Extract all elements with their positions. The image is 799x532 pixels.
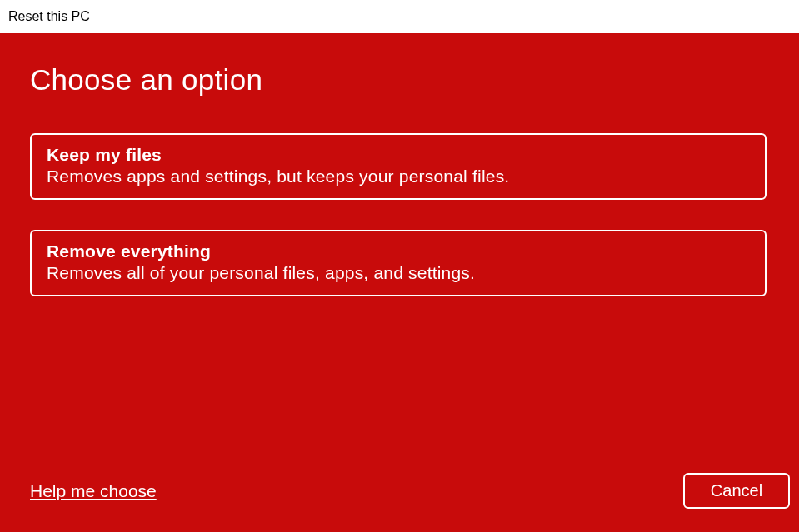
main-panel: Choose an option Keep my files Removes a…	[0, 33, 799, 532]
footer-row: Help me choose Cancel	[30, 473, 790, 509]
option-keep-my-files[interactable]: Keep my files Removes apps and settings,…	[30, 133, 767, 200]
option-remove-everything[interactable]: Remove everything Removes all of your pe…	[30, 230, 767, 296]
option-title: Remove everything	[47, 241, 750, 261]
help-me-choose-link[interactable]: Help me choose	[30, 481, 157, 501]
option-description: Removes all of your personal files, apps…	[47, 263, 750, 283]
window-title: Reset this PC	[8, 9, 90, 24]
option-description: Removes apps and settings, but keeps you…	[47, 167, 750, 186]
option-title: Keep my files	[47, 145, 750, 165]
cancel-button[interactable]: Cancel	[683, 473, 790, 509]
window-title-bar: Reset this PC	[0, 0, 799, 33]
page-heading: Choose an option	[30, 63, 769, 97]
